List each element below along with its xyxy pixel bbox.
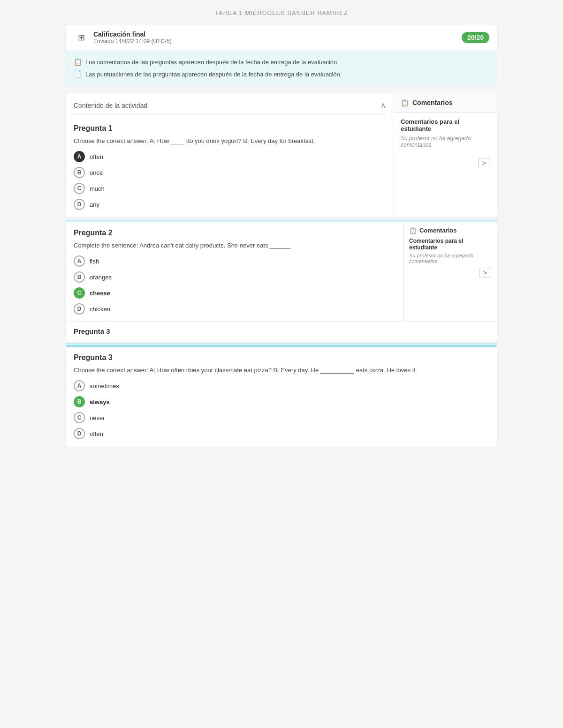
option-label-a3: sometimes: [90, 383, 119, 390]
option-label-d2: chicken: [90, 306, 110, 313]
sidebar-expand-button-1[interactable]: >: [478, 158, 490, 168]
sidebar-small-2: 📋 Comentarios Comentarios para el estudi…: [403, 222, 497, 321]
option-circle-d3: D: [74, 428, 85, 439]
grade-submitted: Enviado 14/4/22 14:09 (UTC-5): [93, 38, 172, 45]
question3-collapsed-label: Pregunta 3: [66, 321, 497, 341]
list-item: D often: [74, 428, 489, 439]
info-text-2: Las puntuaciones de las preguntas aparec…: [85, 71, 340, 78]
grade-header: ⊞ Calificación final Enviado 14/4/22 14:…: [66, 24, 497, 51]
score-info-icon: 📄: [74, 70, 82, 78]
question1-text: Choose the correct answer: A: How ____ d…: [74, 137, 386, 144]
option-label-a2: fish: [90, 258, 99, 265]
list-item: C never: [74, 412, 489, 423]
sidebar-comment-icon: 📋: [401, 99, 409, 106]
option-label-a1: often: [90, 153, 103, 160]
info-box: 📋 Los comentarios de las preguntas apare…: [66, 51, 497, 85]
sidebar-chevron-2: >: [409, 268, 491, 278]
comment-info-icon: 📋: [74, 58, 82, 66]
list-item: B once: [74, 167, 386, 178]
option-label-b2: oranges: [90, 274, 112, 281]
option-label-c2: cheese: [90, 290, 110, 297]
questions-area-1: Contenido de la actividad ∧ Pregunta 1 C…: [66, 93, 394, 218]
grade-icon: ⊞: [74, 30, 89, 45]
question1-layout: Contenido de la actividad ∧ Pregunta 1 C…: [66, 93, 497, 218]
list-item: A sometimes: [74, 380, 489, 391]
option-circle-c1: C: [74, 183, 85, 194]
grade-info: Calificación final Enviado 14/4/22 14:09…: [93, 30, 172, 45]
list-item: A often: [74, 151, 386, 162]
option-circle-b1: B: [74, 167, 85, 178]
option-label-d1: any: [90, 201, 99, 208]
option-circle-b2: B: [74, 271, 85, 283]
option-label-b3: always: [90, 398, 110, 405]
option-label-b1: once: [90, 169, 103, 176]
sidebar-small-title-2: Comentarios: [419, 227, 456, 234]
info-text-1: Los comentarios de las preguntas aparece…: [85, 59, 337, 66]
option-circle-c3: C: [74, 412, 85, 423]
option-circle-d2: D: [74, 303, 85, 315]
page-title: TAREA 1 MIÉRCOLES SANBER RAMIREZ: [66, 9, 497, 16]
student-comments-label-1: Comentarios para el estudiante: [394, 113, 497, 135]
option-label-d3: often: [90, 430, 103, 437]
sidebar-comment-icon-2: 📋: [409, 227, 417, 234]
info-item-2: 📄 Las puntuaciones de las preguntas apar…: [74, 68, 489, 80]
list-item: C cheese: [74, 287, 396, 299]
sidebar-expand-button-2[interactable]: >: [479, 268, 491, 278]
sidebar-1: 📋 Comentarios Comentarios para el estudi…: [394, 93, 497, 218]
student-comments-label-2: Comentarios para el estudiante: [409, 238, 491, 251]
question2-content: Pregunta 2 Complete the sentence: Andrea…: [66, 222, 403, 321]
question2-card: Pregunta 2 Complete the sentence: Andrea…: [66, 222, 497, 341]
list-item: D chicken: [74, 303, 396, 315]
q3-top-accent: [66, 345, 497, 347]
list-item: C much: [74, 183, 386, 194]
option-circle-c2: C: [74, 287, 85, 299]
option-label-c1: much: [90, 185, 105, 192]
question1-title: Pregunta 1: [74, 124, 386, 133]
list-item: D any: [74, 199, 386, 210]
option-circle-d1: D: [74, 199, 85, 210]
list-item: A fish: [74, 255, 396, 267]
sidebar-small-header-2: 📋 Comentarios: [409, 227, 491, 234]
content-header: Contenido de la actividad ∧: [74, 101, 386, 115]
sidebar-chevron-1: >: [394, 154, 497, 172]
question2-options: A fish B oranges C cheese D chicken: [74, 255, 396, 315]
question2-text: Complete the sentence: Andrea can't eat …: [74, 242, 396, 249]
question3-options: A sometimes B always C never D often: [74, 380, 489, 439]
question2-inner: Pregunta 2 Complete the sentence: Andrea…: [66, 222, 497, 321]
question2-title: Pregunta 2: [74, 229, 396, 237]
no-comments-text-1: Su profesor no ha agregado comentarios: [394, 135, 497, 154]
option-label-c3: never: [90, 414, 105, 421]
list-item: B always: [74, 396, 489, 407]
option-circle-a2: A: [74, 255, 85, 267]
question3-card: Pregunta 3 Choose the correct answer: A:…: [66, 345, 497, 447]
grade-card: ⊞ Calificación final Enviado 14/4/22 14:…: [66, 24, 497, 85]
chevron-up-icon[interactable]: ∧: [380, 101, 386, 110]
grade-score: 20/20: [462, 32, 489, 43]
sidebar-title-1: Comentarios: [412, 99, 453, 106]
option-circle-a3: A: [74, 380, 85, 391]
list-item: B oranges: [74, 271, 396, 283]
sidebar-header-1: 📋 Comentarios: [394, 93, 497, 113]
info-item-1: 📋 Los comentarios de las preguntas apare…: [74, 56, 489, 68]
question3-title: Pregunta 3: [74, 353, 489, 362]
option-circle-b3: B: [74, 396, 85, 407]
question1-options: A often B once C much D any: [74, 151, 386, 210]
no-comments-text-2: Su profesor no ha agregado comentarios: [409, 253, 491, 264]
grade-label: Calificación final: [93, 30, 172, 38]
question3-text: Choose the correct answer: A: How often …: [74, 367, 489, 374]
content-section-label: Contenido de la actividad: [74, 102, 147, 109]
option-circle-a1: A: [74, 151, 85, 162]
